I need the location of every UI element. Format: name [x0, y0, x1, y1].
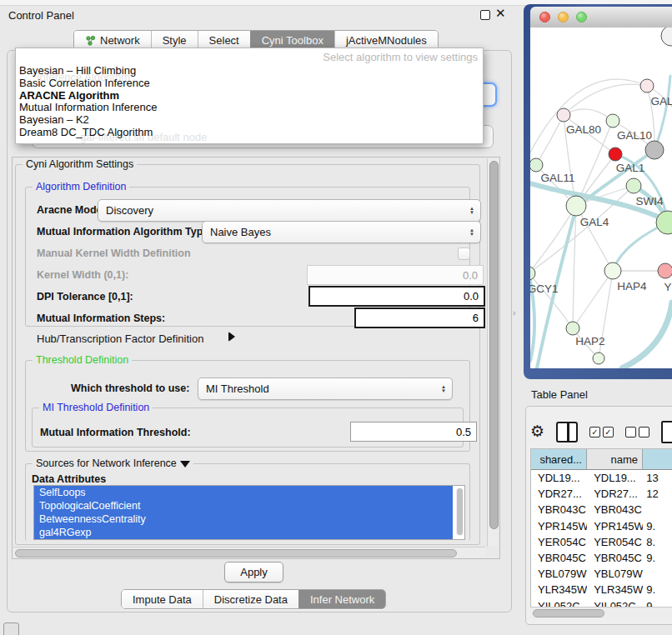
table-row[interactable]: YER054CYER054C8.	[531, 534, 672, 550]
network-node-gal[interactable]	[640, 79, 654, 92]
attribute-item[interactable]: SelfLoops	[34, 486, 453, 499]
network-node[interactable]	[645, 141, 664, 159]
settings-vertical-scrollbar[interactable]	[487, 158, 499, 547]
collapse-arrow-icon[interactable]	[180, 461, 190, 468]
algorithm-option[interactable]: ARACNE Algorithm	[19, 89, 119, 102]
network-edge[interactable]	[654, 76, 670, 150]
network-node-gal80[interactable]	[557, 108, 570, 122]
algorithm-option[interactable]: Mutual Information Inference	[19, 101, 157, 113]
list-vertical-scrollbar[interactable]	[456, 488, 464, 536]
algorithm-option[interactable]: Basic Correlation Inference	[19, 77, 150, 89]
hub-definition-toggle[interactable]: Hub/Transcription Factor Definition	[37, 332, 203, 345]
network-node[interactable]	[593, 352, 604, 364]
kernel-width-field[interactable]: 0.0	[307, 265, 484, 285]
tab-impute-data[interactable]: Impute Data	[122, 590, 203, 608]
tab-select[interactable]: Select	[198, 31, 250, 49]
expand-arrow-icon[interactable]	[228, 332, 235, 342]
algorithm-option[interactable]: Bayesian – Hill Climbing	[19, 64, 136, 77]
table-cell: 9.	[643, 550, 672, 566]
table-cell: 9	[643, 598, 672, 608]
column-header-shared[interactable]: shared...	[531, 449, 587, 469]
algorithm-option[interactable]: Bayesian – K2	[19, 113, 89, 126]
network-canvas[interactable]: GALGAL80GAL10GAL1GAL11SWI4GAL4GCY1HAP4YH…	[530, 28, 672, 368]
tab-label: jActiveMNodules	[346, 34, 427, 47]
node-label: GAL4	[580, 216, 609, 228]
network-node-gal1[interactable]	[609, 148, 622, 161]
zoom-traffic-light[interactable]	[576, 12, 587, 22]
table-row[interactable]: YLR345WYLR345W9.	[531, 582, 672, 598]
node-label: HAP2	[575, 335, 604, 348]
network-edge[interactable]	[564, 109, 613, 121]
column-header-name[interactable]: name	[587, 449, 643, 469]
table-row[interactable]: YBR045CYBR045C9.	[531, 550, 672, 566]
which-threshold-select[interactable]: MI Threshold ▲▼	[198, 378, 453, 400]
table-row[interactable]: YIL052CYIL052C9	[531, 598, 672, 608]
select-all-columns-icon[interactable]: ✓✓	[589, 427, 614, 438]
attribute-item[interactable]: gal4RGexp	[34, 526, 453, 539]
sources-title[interactable]: Sources for Network Inference	[36, 458, 177, 469]
tab-discretize-data[interactable]: Discretize Data	[203, 590, 298, 608]
network-edge[interactable]	[622, 302, 672, 368]
which-threshold-label: Which threshold to use:	[71, 382, 189, 394]
scrollbar-thumb[interactable]	[15, 549, 457, 558]
network-node-y[interactable]	[658, 263, 672, 278]
split-pane-handle-icon[interactable]: ›	[513, 308, 515, 318]
network-node-hap2[interactable]	[566, 322, 579, 335]
network-edge[interactable]	[573, 271, 613, 328]
table-row[interactable]: YBR043CYBR043C	[531, 502, 672, 518]
table-row[interactable]: YBL079WYBL079W	[531, 566, 672, 582]
column-header[interactable]	[643, 449, 672, 469]
network-window-titlebar[interactable]	[530, 7, 672, 28]
dpi-tolerance-field[interactable]: 0.0	[308, 286, 485, 307]
scrollbar-thumb[interactable]	[533, 609, 604, 618]
network-node[interactable]	[661, 28, 672, 46]
network-edge[interactable]	[536, 115, 564, 165]
float-window-icon[interactable]	[480, 10, 490, 20]
apply-button[interactable]: Apply	[224, 562, 283, 582]
mi-threshold-field[interactable]: 0.5	[350, 422, 477, 442]
split-columns-icon[interactable]	[556, 422, 578, 442]
scrollbar-thumb[interactable]	[457, 488, 463, 535]
stepper-arrows-icon: ▲▼	[469, 207, 474, 215]
close-icon[interactable]: ✕	[495, 6, 506, 21]
document-icon[interactable]	[661, 421, 672, 443]
aracne-mode-value: Discovery	[106, 204, 153, 217]
attribute-item[interactable]: BetweennessCentrality	[34, 512, 453, 526]
data-attributes-list[interactable]: SelfLoopsTopologicalCoefficientBetweenne…	[33, 485, 465, 540]
settings-horizontal-scrollbar[interactable]	[13, 547, 485, 558]
scrollbar-thumb[interactable]	[489, 161, 499, 529]
manual-kernel-checkbox[interactable]	[458, 248, 470, 260]
deselect-columns-icon[interactable]	[625, 427, 649, 438]
tab-label: Cyni Toolbox	[262, 34, 323, 47]
network-node-gal10[interactable]	[606, 114, 619, 128]
network-node-hap4[interactable]	[604, 262, 621, 279]
aracne-mode-select[interactable]: Discovery ▲▼	[98, 199, 481, 222]
algorithm-option[interactable]: Dream8 DC_TDC Algorithm	[19, 126, 153, 138]
tab-jactivemnodules[interactable]: jActiveMNodules	[334, 31, 438, 49]
close-traffic-light[interactable]	[539, 12, 550, 22]
mi-steps-field[interactable]: 6	[354, 308, 485, 328]
table-row[interactable]: YDL19...YDL19...13	[531, 470, 672, 486]
table-cell: YPR145W	[587, 518, 643, 534]
table-row[interactable]: YPR145WYPR145W9.	[531, 518, 672, 534]
tab-cyni-toolbox[interactable]: Cyni Toolbox	[250, 31, 334, 49]
table-cell: YER054C	[587, 534, 643, 550]
tab-style[interactable]: Style	[151, 31, 198, 49]
tab-infer-network[interactable]: Infer Network	[298, 590, 385, 608]
node-label: Y	[664, 281, 671, 293]
mi-type-select[interactable]: Naive Bayes ▲▼	[202, 221, 481, 243]
minimized-panel-icon[interactable]	[3, 622, 19, 635]
gear-icon[interactable]: ⚙	[530, 423, 544, 440]
network-node-swi4[interactable]	[626, 178, 641, 193]
tab-network[interactable]: Network	[74, 31, 151, 49]
node-table[interactable]: shared...nameYDL19...YDL19...13YDR27...Y…	[530, 448, 672, 607]
attribute-item[interactable]: TopologicalCoefficient	[34, 499, 453, 512]
minimize-traffic-light[interactable]	[558, 12, 569, 22]
network-node-gal4[interactable]	[566, 196, 586, 216]
table-row[interactable]: YDR27...YDR27...12	[531, 486, 672, 502]
table-cell: YDL19...	[587, 470, 643, 486]
network-node-gal11[interactable]	[530, 158, 543, 172]
group-title: Threshold Definition	[33, 354, 132, 366]
table-cell: YDR27...	[531, 486, 587, 502]
table-horizontal-scrollbar[interactable]	[530, 607, 672, 618]
